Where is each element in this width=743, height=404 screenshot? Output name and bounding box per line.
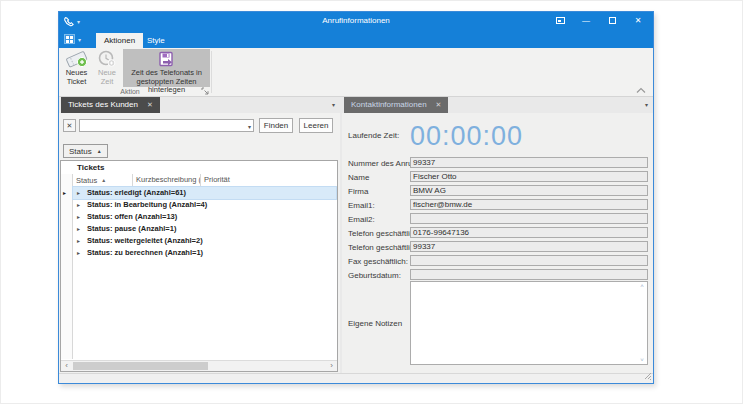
- focused-row-indicator-icon: ▸: [63, 189, 66, 196]
- telefon-geschaeftlich1-input[interactable]: [413, 228, 643, 237]
- tab-kontaktinformationen[interactable]: Kontaktinformationen✕: [344, 97, 448, 113]
- tickets-grid: Tickets Status▲ Kurzbeschreibung (... Pr…: [60, 160, 338, 372]
- column-header-prioritaet[interactable]: Priorität: [201, 174, 337, 186]
- grid-header-row: Status▲ Kurzbeschreibung (... Priorität: [61, 174, 337, 187]
- app-menu-dropdown-icon: ▾: [78, 36, 81, 43]
- contact-panel-dropdown-icon[interactable]: ▾: [645, 101, 648, 108]
- group-by-status-chip[interactable]: Status▲: [63, 144, 108, 158]
- notes-box: ˄ ˅: [410, 281, 648, 365]
- new-time-label: Neue Zeit: [92, 69, 122, 86]
- search-combo: ▾: [79, 119, 254, 132]
- ribbon: Neues Ticket Neue Zeit: [59, 48, 653, 97]
- group-row-zu-berechnen[interactable]: ▸Status: zu berechnen (Anzahl=1): [73, 247, 336, 259]
- save-call-time-icon: [123, 49, 210, 68]
- maximize-button[interactable]: [599, 12, 625, 30]
- scrollbar-thumb[interactable]: [73, 362, 208, 370]
- nummer-des-anrufs-input[interactable]: [413, 158, 643, 167]
- field-name: [410, 171, 648, 182]
- field-geburtsdatum: [410, 269, 648, 280]
- ribbon-group-aktion: Aktion: [59, 87, 211, 96]
- group-by-sort-icon: ▲: [97, 148, 102, 154]
- new-ticket-icon: [61, 49, 92, 68]
- clear-button[interactable]: Leeren: [299, 118, 333, 133]
- email2-input[interactable]: [413, 214, 643, 223]
- firma-input[interactable]: [413, 186, 643, 195]
- field-label-geburtsdatum: Geburtsdatum:: [348, 271, 401, 280]
- tab-tickets-des-kunden[interactable]: Tickets des Kunden✕: [61, 97, 160, 113]
- contact-tab-close-icon[interactable]: ✕: [436, 101, 442, 108]
- grid-indicator-column: ▸: [61, 174, 73, 359]
- notes-scroll-down-icon[interactable]: ˅: [638, 357, 646, 363]
- timer-label: Laufende Zeit:: [348, 131, 399, 140]
- field-telefon-geschaeftlich1: [410, 227, 648, 238]
- field-email1: [410, 199, 648, 210]
- search-clear-box-button[interactable]: ✕: [63, 119, 76, 132]
- status-sort-icon: ▲: [101, 177, 106, 183]
- group-row-erledigt[interactable]: ▸Status: erledigt (Anzahl=61): [73, 187, 336, 199]
- ribbon-tab-row: ▾ Aktionen Style: [59, 30, 653, 48]
- field-nummer-des-anrufs: [410, 157, 648, 168]
- timer-value: 00:00:00: [410, 121, 523, 151]
- titlebar: ▾ Anrufinformationen — ✕: [59, 12, 653, 30]
- tickets-panel-dropdown-icon[interactable]: ▾: [332, 101, 335, 108]
- field-label-fax: Fax geschäftlich:: [348, 257, 408, 266]
- expand-icon[interactable]: ▸: [77, 247, 87, 259]
- grid-caption: Tickets: [61, 161, 337, 174]
- tab-aktionen[interactable]: Aktionen: [96, 33, 143, 48]
- window-controls: — ✕: [547, 12, 651, 30]
- scroll-left-icon[interactable]: ‹: [61, 361, 72, 371]
- tab-style[interactable]: Style: [139, 33, 173, 48]
- new-time-icon: [92, 49, 122, 68]
- group-row-weitergeleitet[interactable]: ▸Status: weitergeleitet (Anzahl=2): [73, 235, 336, 247]
- field-firma: [410, 185, 648, 196]
- group-row-in-bearbeitung[interactable]: ▸Status: in Bearbeitung (Anzahl=4): [73, 199, 336, 211]
- ribbon-collapse-icon[interactable]: [635, 86, 647, 95]
- close-button[interactable]: ✕: [625, 12, 651, 30]
- contact-panel: Kontaktinformationen✕ ▾ Laufende Zeit: 0…: [342, 97, 653, 373]
- notes-scroll-up-icon[interactable]: ˄: [638, 283, 646, 289]
- new-ticket-button[interactable]: Neues Ticket: [61, 49, 92, 86]
- field-fax-geschaeftlich: [410, 255, 648, 266]
- app-menu-button[interactable]: ▾: [64, 32, 92, 46]
- scroll-right-icon[interactable]: ›: [326, 361, 337, 371]
- save-call-time-button[interactable]: Zeit des Telefonats in gestoppten Zeiten…: [123, 49, 210, 87]
- fax-geschaeftlich-input[interactable]: [413, 256, 643, 265]
- notes-label: Eigene Notizen: [348, 319, 402, 328]
- telefon-geschaeftlich2-input[interactable]: [413, 242, 643, 251]
- ribbon-group-label: Aktion: [59, 87, 201, 96]
- eigene-notizen-textarea[interactable]: [413, 284, 637, 362]
- ribbon-group-separator: [211, 51, 212, 93]
- email1-input[interactable]: [413, 200, 643, 209]
- resize-grip[interactable]: [644, 372, 652, 382]
- search-input[interactable]: [82, 120, 242, 131]
- column-header-kurzbeschreibung[interactable]: Kurzbeschreibung (...: [133, 174, 201, 186]
- expand-icon[interactable]: ▸: [77, 199, 87, 211]
- field-label-firma: Firma: [348, 187, 368, 196]
- tickets-panel: Tickets des Kunden✕ ▾ ✕ ▾ Finden Leeren …: [59, 97, 340, 373]
- expand-icon[interactable]: ▸: [77, 235, 87, 247]
- new-ticket-label: Neues Ticket: [61, 69, 92, 86]
- expand-icon[interactable]: ▸: [77, 223, 87, 235]
- contact-panel-tabbar: Kontaktinformationen✕ ▾: [342, 97, 653, 113]
- minimize-button[interactable]: —: [573, 12, 599, 30]
- group-row-pause[interactable]: ▸Status: pause (Anzahl=1): [73, 223, 336, 235]
- name-input[interactable]: [413, 172, 643, 181]
- search-combo-dropdown-icon[interactable]: ▾: [248, 123, 251, 130]
- group-row-offen[interactable]: ▸Status: offen (Anzahl=13): [73, 211, 336, 223]
- display-mode-button[interactable]: [547, 12, 573, 30]
- call-info-window: ▾ Anrufinformationen — ✕ ▾ Aktionen Styl…: [58, 11, 654, 384]
- expand-icon[interactable]: ▸: [77, 187, 87, 199]
- geburtsdatum-input[interactable]: [413, 270, 643, 279]
- group-by-label: Status: [69, 147, 92, 156]
- screenshot-canvas: ▾ Anrufinformationen — ✕ ▾ Aktionen Styl…: [0, 0, 743, 404]
- find-button[interactable]: Finden: [259, 118, 293, 133]
- tickets-tab-close-icon[interactable]: ✕: [147, 101, 153, 108]
- tickets-panel-tabbar: Tickets des Kunden✕ ▾: [59, 97, 340, 113]
- display-mode-icon: [556, 17, 565, 24]
- horizontal-scrollbar[interactable]: ‹ ›: [61, 360, 337, 371]
- new-time-button[interactable]: Neue Zeit: [92, 49, 122, 86]
- field-label-email1: Email1:: [348, 201, 375, 210]
- group-dialog-launcher-icon[interactable]: [201, 87, 210, 96]
- column-header-status[interactable]: Status▲: [73, 174, 133, 186]
- expand-icon[interactable]: ▸: [77, 211, 87, 223]
